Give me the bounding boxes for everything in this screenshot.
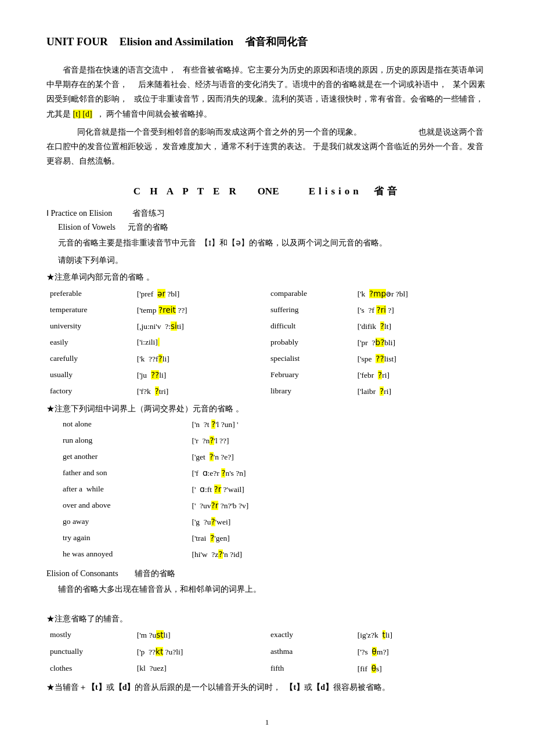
unit-label: UNIT FOUR	[46, 35, 108, 48]
vowel-words-table: preferable ['pref ər ?bl] comparable ['k…	[46, 286, 488, 400]
word-cell: easily	[46, 335, 134, 351]
table-row: university [,ju:ni'v ?:siti] difficult […	[46, 319, 488, 335]
word-cell: mostly	[46, 627, 134, 643]
final-note: ★当辅音＋【t】或【d】的音从后跟的是一个以辅音开头的词时， 【t】或【d】很容…	[46, 680, 488, 694]
phonetic-cell: ['?s θm?]	[354, 643, 488, 660]
table-row: run along ['r ?n?'l ??]	[58, 433, 411, 449]
phonetic-cell: [,ju:ni'v ?:siti]	[134, 319, 267, 335]
phonetic-cell: ['p ??kt ?u?li]	[134, 643, 267, 660]
phonetic-cell: ['pref ər ?bl]	[134, 286, 267, 302]
vowel-elision-zh: 元音的省略	[128, 223, 168, 231]
word-cell: punctually	[46, 643, 134, 660]
phrase-word: get another	[58, 449, 187, 465]
phonetic-cell: ['k ?mpər ?bl]	[354, 286, 488, 302]
page-number: 1	[46, 718, 488, 727]
table-row: father and son ['f ɑ:e?r ?n's ?n]	[58, 465, 411, 482]
phrase-table: not alone ['n ?t ?'l ?un] ' run along ['…	[58, 417, 411, 562]
word-cell: clothes	[46, 660, 134, 677]
word-cell: fifth	[267, 660, 354, 677]
table-row: temperature ['temp ?reit ??] suffering […	[46, 302, 488, 319]
phonetic-cell: ['pr ?b?bli]	[354, 335, 488, 351]
star-note-1: ★注意单词内部元音的省略 。	[46, 272, 488, 283]
word-cell: exactly	[267, 627, 354, 643]
phrase-word: he was annoyed	[58, 547, 187, 563]
consonant-note: 辅音的省略大多出现在辅音音从，和相邻单词的词界上。	[58, 583, 488, 596]
phrase-word: over and above	[58, 498, 187, 514]
table-row: after a while [' ɑ:ft ?r ?'wail]	[58, 482, 411, 498]
word-cell: difficult	[267, 319, 354, 335]
word-cell: temperature	[46, 302, 134, 319]
word-cell: asthma	[267, 643, 354, 660]
chapter-chinese-title: 省音和同化音	[245, 35, 308, 49]
vowel-note2: 请朗读下列单词。	[58, 254, 488, 267]
phonetic-cell: [ig'z?k tli]	[354, 627, 488, 643]
phonetic-cell: ['m ?ustli]	[134, 627, 267, 643]
phrase-phonetic: [' ?uv?r ?n?'b ?v]	[187, 498, 411, 514]
word-cell: university	[46, 319, 134, 335]
table-row: easily ['i:zili] probably ['pr ?b?bli]	[46, 335, 488, 351]
phrase-word: try again	[58, 530, 187, 547]
page-title: UNIT FOUR Elision and Assimilation 省音和同化…	[46, 35, 488, 49]
highlight-td: [t] [d]	[73, 110, 92, 118]
chapter-title-en: Elision	[309, 186, 362, 197]
phrase-phonetic: [hi'w ?z?'n ?id]	[187, 547, 411, 563]
table-row: factory ['f?k ?tri] library ['laibr ?ri]	[46, 384, 488, 400]
consonant-section: Elision of Consonants 辅音的省略	[46, 569, 488, 579]
word-cell: specialist	[267, 351, 354, 367]
word-cell: carefully	[46, 351, 134, 367]
phonetic-cell: ['difik ?lt]	[354, 319, 488, 335]
table-row: clothes [kl ?uez] fifth [fif θs]	[46, 660, 488, 677]
phrase-phonetic: ['f ɑ:e?r ?n's ?n]	[187, 465, 411, 482]
word-cell: suffering	[267, 302, 354, 319]
phonetic-cell: [fif θs]	[354, 660, 488, 677]
vowel-note1: 元音的省略主要是指非重读音节中元音 【ɪ】和【ə】的省略，以及两个词之间元音的省…	[58, 236, 488, 250]
practice-zh: 省音练习	[132, 209, 165, 218]
chapter-title-zh: 省音	[374, 186, 400, 197]
phonetic-cell: ['febr ?ri]	[354, 367, 488, 384]
phonetic-cell: ['i:zili]	[134, 335, 267, 351]
chapter-number: ONE	[258, 186, 279, 197]
practice-label: Ⅰ Practice on Elision	[46, 209, 112, 218]
phrase-phonetic: ['r ?n?'l ??]	[187, 433, 411, 449]
word-cell: February	[267, 367, 354, 384]
chapter-one-heading: C H A P T E R ONE Elision 省音	[46, 185, 488, 198]
phonetic-cell: ['spe ??list]	[354, 351, 488, 367]
phrase-phonetic: ['g ?u?'wei]	[187, 514, 411, 530]
word-cell: probably	[267, 335, 354, 351]
word-cell: usually	[46, 367, 134, 384]
phonetic-cell: ['k ??f?li]	[134, 351, 267, 367]
word-cell: factory	[46, 384, 134, 400]
intro-para2: 同化音就是指一个音受到相邻音的影响而发成这两个音之外的另一个音的现象。 也就是说…	[46, 125, 488, 169]
phrase-phonetic: [' ɑ:ft ?r ?'wail]	[187, 482, 411, 498]
table-row: preferable ['pref ər ?bl] comparable ['k…	[46, 286, 488, 302]
intro-para1: 省音是指在快速的语言交流中， 有些音被省略掉。它主要分为历史的原因和语境的原因，…	[46, 63, 488, 121]
phonetic-cell: ['f?k ?tri]	[134, 384, 267, 400]
phrase-word: after a while	[58, 482, 187, 498]
consonant-label: Elision of Consonants	[46, 569, 118, 578]
phrase-word: not alone	[58, 417, 187, 433]
consonant-star: ★注意省略了的辅音。	[46, 614, 488, 624]
consonant-words-table: mostly ['m ?ustli] exactly [ig'z?k tli] …	[46, 627, 488, 678]
word-cell: comparable	[267, 286, 354, 302]
table-row: try again ['trai ?'gen]	[58, 530, 411, 547]
table-row: carefully ['k ??f?li] specialist ['spe ?…	[46, 351, 488, 367]
chapter-word: C H A P T E R	[134, 186, 240, 197]
phrase-word: go away	[58, 514, 187, 530]
table-row: get another ['get ?'n ?e?]	[58, 449, 411, 465]
phonetic-cell: ['laibr ?ri]	[354, 384, 488, 400]
consonant-zh: 辅音的省略	[135, 569, 175, 578]
practice-section: Ⅰ Practice on Elision 省音练习	[46, 208, 488, 219]
word-cell: library	[267, 384, 354, 400]
chapter-english-title: Elision and Assimilation	[120, 35, 233, 48]
phrase-phonetic: ['get ?'n ?e?]	[187, 449, 411, 465]
table-row: usually ['ju ??li] February ['febr ?ri]	[46, 367, 488, 384]
phrase-word: father and son	[58, 465, 187, 482]
phrase-phonetic: ['trai ?'gen]	[187, 530, 411, 547]
phonetic-cell: [kl ?uez]	[134, 660, 267, 677]
phonetic-cell: ['ju ??li]	[134, 367, 267, 384]
word-cell: preferable	[46, 286, 134, 302]
vowel-elision-label: Elision of Vowels	[58, 223, 116, 231]
table-row: mostly ['m ?ustli] exactly [ig'z?k tli]	[46, 627, 488, 643]
table-row: not alone ['n ?t ?'l ?un] '	[58, 417, 411, 433]
elision-vowels-sub: Elision of Vowels 元音的省略	[58, 222, 488, 233]
